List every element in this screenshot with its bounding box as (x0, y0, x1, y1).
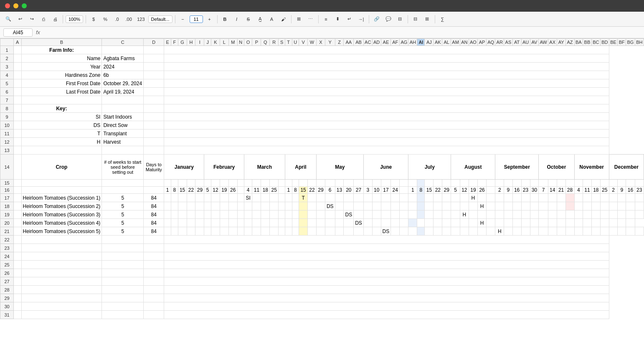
cell-AI18[interactable] (417, 202, 425, 211)
cell-AV20[interactable] (521, 219, 530, 227)
cell-BH15[interactable] (635, 180, 644, 187)
cell-AM15[interactable] (451, 180, 460, 187)
cell-B1[interactable]: Farm Info: (21, 46, 102, 54)
col-header-S[interactable]: S (279, 39, 285, 46)
cell-AS15[interactable] (504, 180, 512, 187)
cell-AY21[interactable] (557, 227, 565, 236)
cell-AJ15[interactable] (425, 180, 434, 187)
cell-X19[interactable] (316, 211, 325, 219)
cell-D5[interactable] (144, 79, 164, 88)
cell-S20[interactable] (279, 219, 285, 227)
cell-A12[interactable] (14, 138, 22, 146)
cell-AP15[interactable] (478, 180, 487, 187)
cell-G21[interactable] (178, 227, 187, 236)
cell-AK17[interactable] (434, 194, 442, 202)
col-header-U[interactable]: U (292, 39, 299, 46)
cell-R17[interactable] (270, 194, 279, 202)
row-header-13[interactable]: 13 (0, 146, 14, 155)
cell-A10[interactable] (14, 121, 22, 129)
cell-BG19[interactable] (626, 211, 635, 219)
cell-AL21[interactable] (442, 227, 451, 236)
cell-P19[interactable] (252, 211, 261, 219)
cell-B11[interactable]: T (21, 129, 102, 138)
cell-R18[interactable] (270, 202, 279, 211)
cell-Z17[interactable] (335, 194, 344, 202)
cell-AS20[interactable] (495, 219, 504, 227)
cell-BF18[interactable] (618, 202, 626, 211)
cell-AR18[interactable] (495, 202, 504, 211)
cell-BG16[interactable]: 16 (626, 187, 635, 194)
cell-I19[interactable] (195, 211, 204, 219)
cell-AT18[interactable] (512, 202, 521, 211)
cell-S19[interactable] (279, 211, 285, 219)
cell-jul-header[interactable]: July (408, 155, 451, 180)
cell-AV17[interactable] (530, 194, 539, 202)
cell-V18[interactable] (299, 202, 308, 211)
cell-AE21-DS[interactable]: DS (381, 227, 391, 236)
cell-AO18[interactable] (469, 202, 477, 211)
cell-AB21[interactable] (354, 227, 364, 236)
cell-Y17[interactable] (325, 194, 335, 202)
cell-I16[interactable]: 29 (195, 187, 204, 194)
cell-O18[interactable] (244, 202, 252, 211)
cell-L18[interactable] (220, 202, 228, 211)
cell-AY17[interactable] (557, 194, 565, 202)
cell-W19[interactable] (308, 211, 317, 219)
cell-AB16[interactable]: 27 (354, 187, 364, 194)
cell-C24[interactable] (102, 252, 144, 261)
cell-rest-3[interactable] (164, 63, 609, 71)
cell-AW20[interactable] (530, 219, 539, 227)
cell-B28[interactable] (21, 286, 102, 294)
col-header-AY[interactable]: AY (557, 39, 565, 46)
cell-D24[interactable] (144, 252, 164, 261)
cell-A29[interactable] (14, 294, 22, 302)
cell-M20[interactable] (228, 219, 237, 227)
cell-U17[interactable] (292, 194, 299, 202)
cell-H17[interactable] (187, 194, 195, 202)
cell-S16[interactable] (279, 187, 285, 194)
cells-rest-26[interactable] (164, 269, 609, 277)
cell-E19[interactable] (164, 211, 171, 219)
cell-K18[interactable] (211, 202, 220, 211)
cell-BE21[interactable] (609, 227, 617, 236)
cell-BC16[interactable]: 18 (591, 187, 600, 194)
cell-A19[interactable] (14, 211, 22, 219)
col-header-J[interactable]: J (204, 39, 211, 46)
cell-A7[interactable] (14, 96, 22, 104)
cell-C5[interactable]: October 29, 2024 (102, 79, 144, 88)
col-header-A[interactable]: A (14, 39, 22, 46)
cell-AN15[interactable] (460, 180, 469, 187)
cell-AX19[interactable] (548, 211, 557, 219)
cell-AU15[interactable] (521, 180, 530, 187)
cells-rest-30[interactable] (164, 302, 609, 311)
col-header-AF[interactable]: AF (391, 39, 400, 46)
cell-BD15[interactable] (600, 180, 609, 187)
search-button[interactable]: 🔍 (3, 14, 13, 24)
cell-V17-T[interactable]: T (299, 194, 308, 202)
cell-H21[interactable] (187, 227, 195, 236)
cell-E17[interactable] (164, 194, 171, 202)
cell-Y18-DS[interactable]: DS (325, 202, 335, 211)
cell-AN16[interactable]: 12 (460, 187, 469, 194)
cell-A13[interactable] (14, 146, 22, 155)
cell-B9[interactable]: SI (21, 113, 102, 121)
cell-G16[interactable]: 15 (178, 187, 187, 194)
cell-D22[interactable] (144, 236, 164, 244)
cell-U19[interactable] (292, 211, 299, 219)
cell-A9[interactable] (14, 113, 22, 121)
cell-AG20[interactable] (391, 219, 400, 227)
cell-A16[interactable] (14, 187, 22, 194)
cell-AJ20[interactable] (417, 219, 425, 227)
cell-K16[interactable]: 12 (211, 187, 220, 194)
col-header-AT[interactable]: AT (512, 39, 521, 46)
cell-C1[interactable] (102, 46, 144, 54)
col-header-K[interactable]: K (211, 39, 220, 46)
cell-BA16[interactable]: 4 (574, 187, 583, 194)
cell-V19[interactable] (299, 211, 308, 219)
cell-AL17[interactable] (442, 194, 451, 202)
format-selector[interactable]: Default... (148, 15, 172, 23)
cell-V16[interactable]: 15 (299, 187, 308, 194)
cell-X16[interactable]: 29 (316, 187, 325, 194)
cell-C7[interactable] (102, 96, 144, 104)
cell-C30[interactable] (102, 302, 144, 311)
